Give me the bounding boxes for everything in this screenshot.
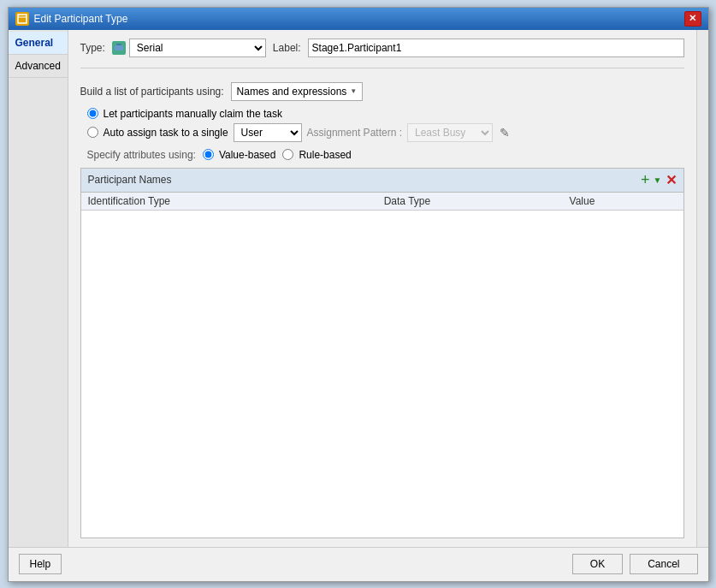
- participant-table: Identification Type Data Type Value: [81, 193, 683, 211]
- table-action-icons: + ▼ ✕: [641, 172, 676, 188]
- radio-auto[interactable]: [87, 127, 98, 138]
- build-list-value: Names and expressions: [237, 86, 347, 98]
- window-title: Edit Participant Type: [34, 13, 128, 25]
- table-body-area: Identification Type Data Type Value: [81, 193, 683, 538]
- radio-row-manual: Let participants manually claim the task: [87, 108, 684, 120]
- build-list-arrow: ▼: [350, 87, 357, 95]
- sidebar: General Advanced: [9, 30, 68, 547]
- svg-rect-2: [115, 45, 123, 50]
- radio-rule-based: Rule-based: [282, 149, 351, 161]
- type-label-row: Type: Serial Label:: [80, 39, 684, 57]
- type-label: Type:: [80, 42, 105, 54]
- col-value: Value: [563, 193, 683, 211]
- radio-rule-based-label: Rule-based: [299, 149, 351, 161]
- dialog-window: Edit Participant Type ✕ General Advanced…: [8, 7, 709, 582]
- title-bar: Edit Participant Type ✕: [9, 8, 708, 30]
- radio-value-based: Value-based: [203, 149, 276, 161]
- edit-pattern-icon[interactable]: ✎: [498, 126, 512, 140]
- build-list-dropdown[interactable]: Names and expressions ▼: [231, 82, 364, 101]
- add-dropdown-arrow[interactable]: ▼: [654, 175, 662, 185]
- type-icon: [112, 41, 126, 55]
- table-header-row: Identification Type Data Type Value: [81, 193, 683, 211]
- close-button[interactable]: ✕: [684, 11, 701, 27]
- radio-value-based-input[interactable]: [203, 149, 214, 160]
- radio-row-auto: Auto assign task to a single User Assign…: [87, 123, 684, 142]
- add-row-button[interactable]: +: [641, 172, 650, 187]
- label-input[interactable]: [308, 39, 684, 57]
- svg-rect-3: [116, 44, 121, 45]
- table-head: Identification Type Data Type Value: [81, 193, 683, 211]
- radio-value-based-label: Value-based: [219, 149, 276, 161]
- label-label: Label:: [273, 42, 301, 54]
- ok-button[interactable]: OK: [572, 554, 623, 574]
- window-icon: [15, 12, 29, 26]
- scrollbar[interactable]: [696, 30, 708, 547]
- radio-auto-label: Auto assign task to a single: [104, 127, 228, 139]
- build-list-row: Build a list of participants using: Name…: [80, 82, 684, 101]
- assignment-pattern-label: Assignment Pattern :: [307, 127, 402, 139]
- specify-label: Specify attributes using:: [87, 149, 196, 161]
- dialog-buttons: OK Cancel: [572, 554, 698, 574]
- radio-manual-label: Let participants manually claim the task: [104, 108, 282, 120]
- main-layout: General Advanced Type:: [9, 30, 708, 547]
- content-area: Type: Serial Label:: [68, 30, 696, 547]
- radio-manual[interactable]: [87, 108, 98, 119]
- sidebar-item-general[interactable]: General: [9, 32, 68, 55]
- cancel-button[interactable]: Cancel: [630, 554, 697, 574]
- table-header-title: Participant Names: [88, 174, 172, 186]
- participant-table-container: Participant Names + ▼ ✕ Identification T…: [80, 168, 684, 538]
- svg-rect-0: [18, 15, 27, 23]
- bottom-bar: Help OK Cancel: [9, 547, 708, 581]
- col-data-type: Data Type: [377, 193, 563, 211]
- content-with-scroll: Type: Serial Label:: [68, 30, 708, 547]
- title-bar-left: Edit Participant Type: [15, 12, 128, 26]
- auto-assign-type-select[interactable]: User: [234, 123, 302, 142]
- table-header-bar: Participant Names + ▼ ✕: [81, 169, 683, 193]
- col-identification-type: Identification Type: [81, 193, 377, 211]
- build-list-label: Build a list of participants using:: [80, 86, 224, 98]
- type-dropdown[interactable]: Serial: [129, 39, 266, 57]
- radio-group: Let participants manually claim the task…: [87, 108, 684, 142]
- type-select-container: Serial: [112, 39, 266, 57]
- remove-row-button[interactable]: ✕: [666, 172, 677, 188]
- pattern-select[interactable]: Least Busy: [407, 123, 493, 142]
- divider-1: [80, 68, 684, 68]
- help-button[interactable]: Help: [19, 554, 62, 574]
- radio-rule-based-input[interactable]: [282, 149, 293, 160]
- specify-row: Specify attributes using: Value-based Ru…: [87, 149, 684, 161]
- sidebar-item-advanced[interactable]: Advanced: [9, 55, 68, 78]
